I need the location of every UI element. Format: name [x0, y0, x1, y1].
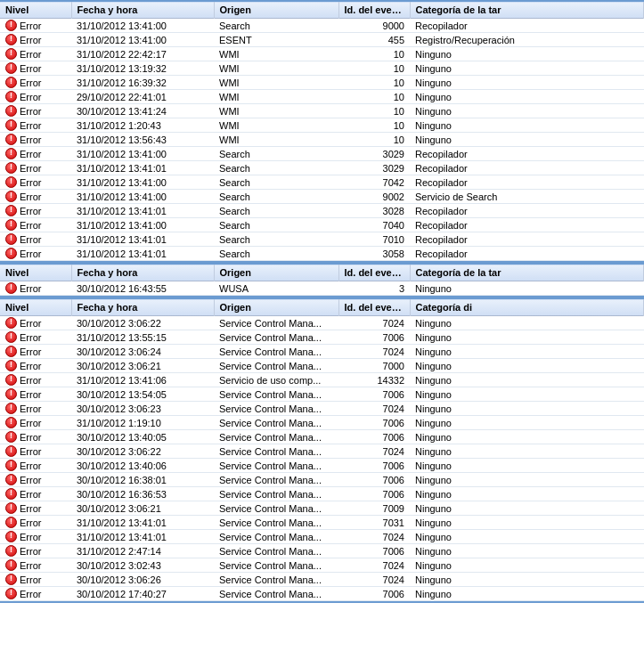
table-row[interactable]: Error30/10/2012 3:06:22Service Control M… [0, 316, 644, 330]
id-cell: 7024 [338, 444, 410, 459]
fecha-cell: 31/10/2012 1:19:10 [71, 416, 214, 430]
table-row[interactable]: Error29/10/2012 22:41:01WMI10Ninguno [0, 90, 644, 104]
table-row[interactable]: Error30/10/2012 13:40:05Service Control … [0, 430, 644, 444]
origen-cell: WMI [214, 47, 338, 61]
col-origen-3: Origen [214, 298, 338, 316]
category-cell: Ninguno [410, 558, 644, 573]
level-label: Error [20, 120, 41, 131]
level-label: Error [20, 234, 41, 245]
table-row[interactable]: Error31/10/2012 13:41:01Search3028Recopi… [0, 204, 644, 218]
level-cell: Error [0, 19, 71, 33]
table-row[interactable]: Error31/10/2012 13:56:43WMI10Ninguno [0, 133, 644, 147]
table1: Nivel Fecha y hora Origen Id. del evento… [0, 0, 644, 261]
table-row[interactable]: Error30/10/2012 13:40:06Service Control … [0, 459, 644, 473]
error-icon [5, 148, 17, 159]
table-row[interactable]: Error31/10/2012 1:19:10Service Control M… [0, 416, 644, 430]
origen-cell: Service Control Mana... [214, 558, 338, 573]
fecha-cell: 30/10/2012 3:02:43 [71, 558, 214, 573]
category-cell: Ninguno [410, 133, 644, 147]
category-cell: Ninguno [410, 544, 644, 558]
table-row[interactable]: Error31/10/2012 13:41:01Service Control … [0, 530, 644, 544]
category-cell: Ninguno [410, 330, 644, 345]
fecha-cell: 30/10/2012 13:40:05 [71, 430, 214, 444]
table-row[interactable]: Error30/10/2012 16:43:55WUSA3Ninguno [0, 281, 644, 296]
category-cell: Ninguno [410, 587, 644, 601]
table-row[interactable]: Error31/10/2012 2:47:14Service Control M… [0, 544, 644, 558]
id-cell: 10 [338, 47, 410, 61]
level-cell: Error [0, 387, 71, 402]
fecha-cell: 30/10/2012 3:06:21 [71, 501, 214, 516]
table-row[interactable]: Error30/10/2012 3:06:22Service Control M… [0, 444, 644, 459]
table-row[interactable]: Error31/10/2012 13:41:01Search7010Recopi… [0, 232, 644, 247]
level-cell: Error [0, 47, 71, 61]
table-row[interactable]: Error31/10/2012 13:41:00ESENT455Registro… [0, 33, 644, 47]
level-label: Error [20, 375, 41, 386]
origen-cell: Service Control Mana... [214, 345, 338, 359]
category-cell: Recopilador [410, 232, 644, 247]
table3-body: Error30/10/2012 3:06:22Service Control M… [0, 316, 644, 601]
table-row[interactable]: Error31/10/2012 13:19:32WMI10Ninguno [0, 61, 644, 76]
fecha-cell: 31/10/2012 13:41:06 [71, 373, 214, 387]
table-row[interactable]: Error30/10/2012 3:06:24Service Control M… [0, 345, 644, 359]
table-row[interactable]: Error30/10/2012 3:02:43Service Control M… [0, 558, 644, 573]
level-label: Error [20, 446, 41, 457]
table-row[interactable]: Error31/10/2012 1:20:43WMI10Ninguno [0, 118, 644, 133]
level-cell: Error [0, 459, 71, 473]
table3-header: Nivel Fecha y hora Origen Id. del evento… [0, 298, 644, 316]
level-label: Error [20, 560, 41, 571]
category-cell: Ninguno [410, 487, 644, 501]
table-row[interactable]: Error30/10/2012 16:36:53Service Control … [0, 487, 644, 501]
table-row[interactable]: Error31/10/2012 22:42:17WMI10Ninguno [0, 47, 644, 61]
origen-cell: Service Control Mana... [214, 516, 338, 530]
table-row[interactable]: Error30/10/2012 3:06:26Service Control M… [0, 573, 644, 587]
table-row[interactable]: Error31/10/2012 13:41:01Service Control … [0, 516, 644, 530]
error-icon [5, 488, 17, 500]
id-cell: 7024 [338, 558, 410, 573]
level-cell: Error [0, 330, 71, 345]
error-icon [5, 205, 17, 216]
level-label: Error [20, 283, 41, 294]
error-icon [5, 574, 17, 585]
id-cell: 3029 [338, 147, 410, 161]
error-icon [5, 460, 17, 471]
table-row[interactable]: Error31/10/2012 13:41:00Search7042Recopi… [0, 175, 644, 190]
level-cell: Error [0, 544, 71, 558]
table-row[interactable]: Error31/10/2012 13:41:01Search3058Recopi… [0, 247, 644, 261]
level-label: Error [20, 503, 41, 514]
category-cell: Recopilador [410, 147, 644, 161]
error-icon [5, 346, 17, 357]
table-row[interactable]: Error31/10/2012 13:41:00Search3029Recopi… [0, 147, 644, 161]
table-row[interactable]: Error30/10/2012 13:41:24WMI10Ninguno [0, 104, 644, 118]
table-row[interactable]: Error31/10/2012 13:41:00Search7040Recopi… [0, 218, 644, 232]
category-cell: Ninguno [410, 61, 644, 76]
table-row[interactable]: Error30/10/2012 3:06:21Service Control M… [0, 501, 644, 516]
category-cell: Recopilador [410, 204, 644, 218]
origen-cell: WUSA [214, 281, 338, 296]
table-row[interactable]: Error30/10/2012 13:54:05Service Control … [0, 387, 644, 402]
table-row[interactable]: Error31/10/2012 13:41:00Search9002Servic… [0, 190, 644, 204]
col-fecha-2: Fecha y hora [71, 264, 214, 281]
table-row[interactable]: Error30/10/2012 3:06:21Service Control M… [0, 359, 644, 373]
level-label: Error [20, 546, 41, 557]
level-label: Error [20, 220, 41, 231]
level-cell: Error [0, 175, 71, 190]
table-row[interactable]: Error30/10/2012 17:40:27Service Control … [0, 587, 644, 601]
table-row[interactable]: Error30/10/2012 3:06:23Service Control M… [0, 402, 644, 416]
table-row[interactable]: Error31/10/2012 13:41:01Search3029Recopi… [0, 161, 644, 175]
level-label: Error [20, 532, 41, 542]
table-row[interactable]: Error31/10/2012 13:41:00Search9000Recopi… [0, 19, 644, 33]
category-cell: Ninguno [410, 76, 644, 90]
table-row[interactable]: Error31/10/2012 13:41:06Servicio de uso … [0, 373, 644, 387]
level-cell: Error [0, 147, 71, 161]
col-cat-3: Categoría di [410, 298, 644, 316]
error-icon [5, 331, 17, 343]
level-cell: Error [0, 373, 71, 387]
id-cell: 7000 [338, 359, 410, 373]
table-row[interactable]: Error30/10/2012 16:38:01Service Control … [0, 473, 644, 487]
error-icon [5, 219, 17, 231]
level-cell: Error [0, 61, 71, 76]
col-origen-2: Origen [214, 264, 338, 281]
table-row[interactable]: Error31/10/2012 16:39:32WMI10Ninguno [0, 76, 644, 90]
table-row[interactable]: Error31/10/2012 13:55:15Service Control … [0, 330, 644, 345]
table2-header: Nivel Fecha y hora Origen Id. del evento… [0, 264, 644, 281]
